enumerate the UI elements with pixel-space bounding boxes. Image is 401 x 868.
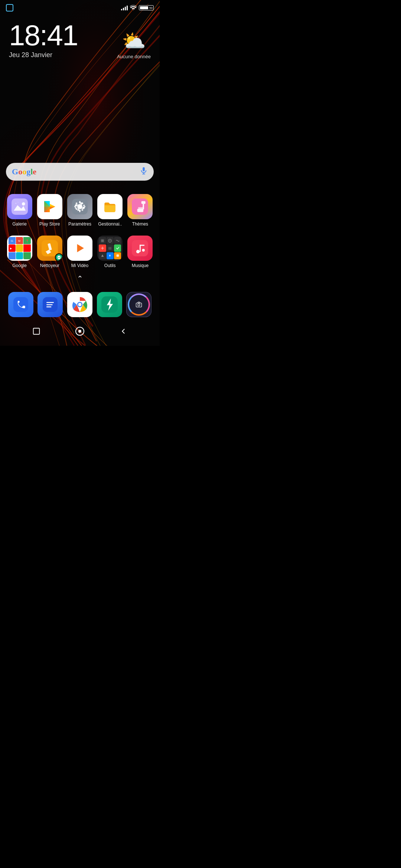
musique-label: Musique (132, 263, 149, 268)
app-google[interactable]: G M 📍 ▶ Google (4, 236, 35, 268)
svg-text:📍: 📍 (26, 239, 29, 243)
messages-icon (38, 292, 63, 317)
dock-messages[interactable] (36, 292, 65, 317)
svg-rect-18 (143, 204, 144, 210)
svg-rect-44 (108, 248, 111, 249)
musique-icon (127, 236, 153, 261)
swipe-indicator[interactable]: ⌃ (0, 268, 160, 286)
svg-rect-7 (12, 198, 28, 215)
nav-back-button[interactable] (117, 325, 129, 337)
mivideo-icon (67, 236, 92, 261)
app-outils[interactable]: Outils (95, 236, 125, 268)
dock (0, 287, 160, 320)
galerie-icon (7, 194, 32, 219)
app-gestionnaire[interactable]: Gestionnai.. (95, 194, 125, 227)
svg-point-60 (78, 303, 81, 306)
app-musique[interactable]: Musique (125, 236, 155, 268)
mivideo-label: Mi Vidéo (71, 263, 88, 268)
svg-rect-29 (25, 246, 29, 250)
signal-icon (121, 5, 128, 10)
svg-point-40 (110, 240, 111, 241)
gestionnaire-icon (97, 194, 123, 219)
svg-rect-42 (102, 247, 102, 250)
nav-home-button[interactable] (74, 325, 86, 337)
nettoyeur-label: Nettoyeur (40, 263, 59, 268)
svg-rect-16 (132, 198, 148, 215)
svg-point-9 (15, 203, 16, 204)
svg-rect-19 (137, 209, 144, 212)
svg-rect-56 (46, 306, 51, 308)
phone-icon (8, 292, 33, 317)
security-icon (97, 292, 122, 317)
playstore-label: Play Store (39, 221, 60, 227)
app-parametres[interactable]: Paramètres (65, 194, 95, 227)
svg-text:M: M (18, 240, 20, 242)
dock-chrome[interactable] (65, 292, 95, 317)
parametres-icon (67, 194, 92, 219)
dock-phone[interactable] (6, 292, 36, 317)
app-nettoyeur[interactable]: Nettoyeur (35, 236, 65, 268)
google-icon: G M 📍 ▶ (7, 236, 32, 261)
svg-point-3 (133, 10, 134, 10)
galerie-label: Galerie (12, 221, 27, 227)
nettoyeur-icon (37, 236, 62, 261)
svg-rect-38 (101, 239, 104, 242)
nav-bar (0, 322, 160, 342)
status-right: 50 (121, 5, 154, 11)
svg-rect-55 (46, 304, 53, 305)
themes-label: Thèmes (132, 221, 148, 227)
svg-point-10 (17, 202, 18, 203)
dock-camera[interactable] (124, 292, 154, 317)
dock-security[interactable] (95, 292, 124, 317)
svg-rect-54 (46, 302, 54, 303)
svg-rect-43 (108, 247, 111, 247)
svg-rect-52 (13, 297, 28, 312)
svg-rect-50 (140, 245, 141, 252)
svg-point-66 (78, 330, 81, 333)
svg-rect-64 (33, 328, 40, 335)
svg-rect-45 (108, 249, 111, 249)
status-bar: 50 (0, 0, 160, 13)
gestionnaire-label: Gestionnai.. (98, 221, 122, 227)
svg-point-8 (22, 202, 25, 206)
svg-rect-46 (116, 254, 119, 257)
google-label: Google (12, 263, 27, 268)
svg-rect-4 (143, 167, 145, 171)
svg-point-49 (142, 249, 145, 251)
svg-rect-51 (140, 245, 144, 246)
app-grid-row1: Galerie (0, 187, 160, 227)
outils-label: Outils (104, 263, 116, 268)
chevron-up-icon: ⌃ (77, 274, 83, 283)
nav-recent-button[interactable] (30, 325, 42, 337)
camera-icon (126, 292, 151, 317)
battery-icon: 50 (139, 5, 154, 10)
chrome-icon (67, 292, 92, 317)
search-bar[interactable]: Google (6, 163, 154, 181)
status-left (6, 4, 13, 11)
battery-level: 50 (149, 6, 153, 10)
svg-point-15 (78, 206, 81, 208)
screen-record-icon (6, 4, 13, 11)
app-grid-row2: G M 📍 ▶ Google (0, 228, 160, 268)
playstore-icon (37, 194, 62, 219)
google-logo: Google (12, 167, 36, 177)
weather-label: Aucune donnée (117, 54, 151, 59)
svg-text:G: G (11, 239, 13, 243)
themes-icon (127, 194, 153, 219)
svg-rect-31 (18, 254, 22, 257)
microphone-icon[interactable] (140, 167, 148, 177)
svg-rect-17 (141, 201, 146, 204)
app-mivideo[interactable]: Mi Vidéo (65, 236, 95, 268)
app-playstore[interactable]: Play Store (35, 194, 65, 227)
wifi-icon (130, 5, 137, 11)
app-themes[interactable]: Thèmes (125, 194, 155, 227)
weather-icon: ⛅ (122, 30, 146, 52)
outils-icon (97, 236, 123, 261)
svg-rect-30 (10, 254, 14, 257)
parametres-label: Paramètres (68, 221, 91, 227)
svg-point-48 (136, 250, 140, 253)
svg-point-63 (138, 304, 140, 306)
weather-widget[interactable]: ⛅ Aucune donnée (117, 30, 151, 59)
app-galerie[interactable]: Galerie (4, 194, 35, 227)
svg-rect-28 (18, 246, 22, 250)
